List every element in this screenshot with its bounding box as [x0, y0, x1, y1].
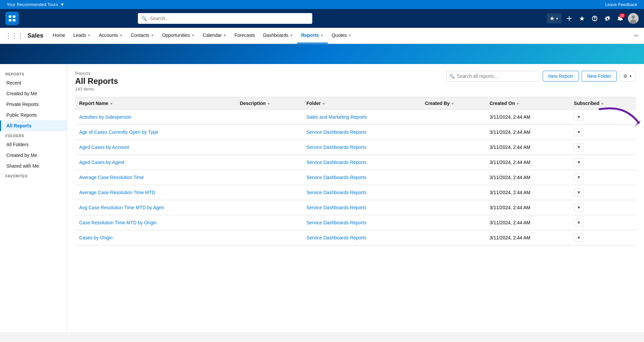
announcement-bar: Your Recommended Tours ▼ Leave Feedback — [0, 0, 644, 9]
report-folder-link[interactable]: Service Dashboards Reports — [306, 190, 366, 195]
nav-bar: ⋮⋮⋮ Sales HomeLeads▼Accounts▼Contacts▼Op… — [0, 28, 644, 44]
new-report-button[interactable]: New Report — [543, 71, 579, 81]
report-name-link[interactable]: Age of Cases Currently Open by Type — [79, 129, 158, 135]
nav-item-opportunities[interactable]: Opportunities▼ — [158, 28, 199, 44]
table-row: Case Resolution Time MTD by OriginServic… — [75, 215, 636, 230]
report-created-on-cell: 3/11/2024, 2:44 AM — [486, 125, 570, 140]
sidebar-item-public-reports[interactable]: Public Reports — [0, 110, 67, 120]
subscribed-dropdown[interactable]: ▼ — [574, 128, 584, 136]
nav-item-reports[interactable]: Reports▼ — [297, 28, 328, 44]
new-folder-button[interactable]: New Folder — [582, 71, 617, 81]
subscribed-dropdown[interactable]: ▼ — [574, 173, 584, 181]
sidebar-item-created-by-me[interactable]: Created by Me — [0, 88, 67, 99]
notifications-button[interactable]: 10 — [615, 13, 625, 23]
report-created-by-cell — [421, 170, 486, 185]
nav-item-quotes[interactable]: Quotes▼ — [328, 28, 356, 44]
tours-chevron-icon: ▼ — [60, 2, 64, 7]
report-folder-link[interactable]: Service Dashboards Reports — [306, 129, 366, 135]
nav-item-calendar[interactable]: Calendar▼ — [199, 28, 230, 44]
subscribed-dropdown[interactable]: ▼ — [574, 188, 584, 196]
nav-item-label: Leads — [73, 33, 86, 38]
report-name-link[interactable]: Case Resolution Time MTD by Origin — [79, 220, 157, 225]
report-folder-link[interactable]: Service Dashboards Reports — [306, 205, 366, 210]
gear-icon: ⚙ — [623, 73, 628, 79]
sidebar-section-favorites: FAVORITES — [0, 171, 67, 179]
tours-link[interactable]: Your Recommended Tours ▼ — [7, 2, 64, 7]
subscribed-dropdown[interactable]: ▼ — [574, 113, 584, 121]
nav-item-forecasts[interactable]: Forecasts — [230, 28, 259, 44]
sidebar-item-all-folders[interactable]: All Folders — [0, 139, 67, 150]
subscribed-dropdown[interactable]: ▼ — [574, 158, 584, 166]
report-subscribed-cell: ▼ — [570, 230, 636, 245]
subscribed-dropdown[interactable]: ▼ — [574, 143, 584, 151]
report-created-by-cell — [421, 230, 486, 245]
report-name-link[interactable]: Average Case Resolution Time MTD — [79, 190, 155, 195]
favorites-button[interactable]: ★ ▼ — [547, 13, 561, 23]
col-folder[interactable]: Folder▼ — [302, 97, 421, 110]
settings-button[interactable]: ⚙ ▼ — [620, 71, 636, 81]
report-name-cell: Age of Cases Currently Open by Type — [75, 125, 236, 140]
header-actions: ★ ▼ — [547, 13, 639, 24]
subscribed-dropdown[interactable]: ▼ — [574, 204, 584, 212]
report-folder-link[interactable]: Service Dashboards Reports — [306, 160, 366, 165]
col-description[interactable]: Description▼ — [236, 97, 302, 110]
nav-item-label: Contacts — [131, 33, 149, 38]
table-wrapper: Report Name▼Description▼Folder▼Created B… — [75, 97, 636, 245]
nav-item-home[interactable]: Home — [49, 28, 69, 44]
report-folder-link[interactable]: Service Dashboards Reports — [306, 220, 366, 225]
sort-icon: ▼ — [110, 102, 113, 106]
search-reports-input[interactable] — [446, 71, 540, 81]
sidebar-item-all-reports[interactable]: All Reports — [0, 120, 67, 131]
report-folder-link[interactable]: Service Dashboards Reports — [306, 175, 366, 180]
nav-item-label: Forecasts — [234, 33, 255, 38]
setup-button[interactable] — [602, 13, 612, 23]
nav-item-leads[interactable]: Leads▼ — [69, 28, 95, 44]
search-input[interactable] — [138, 13, 312, 24]
col-created-on[interactable]: Created On▼ — [486, 97, 570, 110]
report-name-link[interactable]: Avg Case Resolution Time MTD by Agen — [79, 205, 164, 210]
report-folder-link[interactable]: Service Dashboards Reports — [306, 235, 366, 240]
report-name-link[interactable]: Aged Cases by Account — [79, 145, 129, 150]
grid-icon[interactable]: ⋮⋮⋮ — [5, 32, 23, 40]
report-name-link[interactable]: Cases by Origin — [79, 235, 113, 240]
report-subscribed-cell: ▼ — [570, 170, 636, 185]
col-label: Description — [240, 101, 266, 106]
col-created-by[interactable]: Created By▼ — [421, 97, 486, 110]
sidebar-item-shared-with-me[interactable]: Shared with Me — [0, 161, 67, 171]
nav-item-accounts[interactable]: Accounts▼ — [95, 28, 127, 44]
nav-item-contacts[interactable]: Contacts▼ — [127, 28, 158, 44]
sidebar-item-private-reports[interactable]: Private Reports — [0, 99, 67, 110]
sidebar-item-created-by-me[interactable]: Created by Me — [0, 150, 67, 161]
content-header-left: Reports All Reports 143 items — [75, 71, 118, 92]
subscribed-dropdown[interactable]: ▼ — [574, 219, 584, 227]
report-description-cell — [236, 215, 302, 230]
nav-item-label: Accounts — [99, 33, 118, 38]
report-name-link[interactable]: Aged Cases by Agent — [79, 160, 124, 165]
nav-edit-icon[interactable]: ✏ — [634, 33, 639, 39]
report-name-link[interactable]: Activities by Salesperson — [79, 114, 131, 120]
add-button[interactable] — [564, 13, 574, 23]
avatar[interactable] — [628, 13, 639, 24]
nav-item-dashboards[interactable]: Dashboards▼ — [259, 28, 297, 44]
sidebar-item-recent[interactable]: Recent — [0, 77, 67, 88]
app-launcher-icon[interactable] — [5, 12, 19, 25]
subscribed-dropdown[interactable]: ▼ — [574, 234, 584, 242]
sort-icon: ▼ — [516, 102, 520, 106]
report-folder-link[interactable]: Sales and Marketing Reports — [306, 114, 367, 120]
nav-item-label: Quotes — [332, 33, 347, 38]
feedback-link[interactable]: Leave Feedback — [605, 2, 637, 7]
help-button[interactable] — [590, 13, 600, 23]
nav-chevron-icon: ▼ — [320, 34, 324, 37]
page-title: All Reports — [75, 76, 118, 86]
col-subscribed[interactable]: Subscribed▼ — [570, 97, 636, 110]
report-subscribed-cell: ▼ — [570, 215, 636, 230]
report-folder-cell: Sales and Marketing Reports — [302, 110, 421, 125]
einstein-button[interactable] — [577, 13, 587, 23]
table-row: Average Case Resolution TimeService Dash… — [75, 170, 636, 185]
report-name-link[interactable]: Average Case Resolution Time — [79, 175, 144, 180]
col-label: Folder — [306, 101, 321, 106]
report-folder-link[interactable]: Service Dashboards Reports — [306, 145, 366, 150]
col-report-name[interactable]: Report Name▼ — [75, 97, 236, 110]
report-folder-cell: Service Dashboards Reports — [302, 215, 421, 230]
report-folder-cell: Service Dashboards Reports — [302, 155, 421, 170]
